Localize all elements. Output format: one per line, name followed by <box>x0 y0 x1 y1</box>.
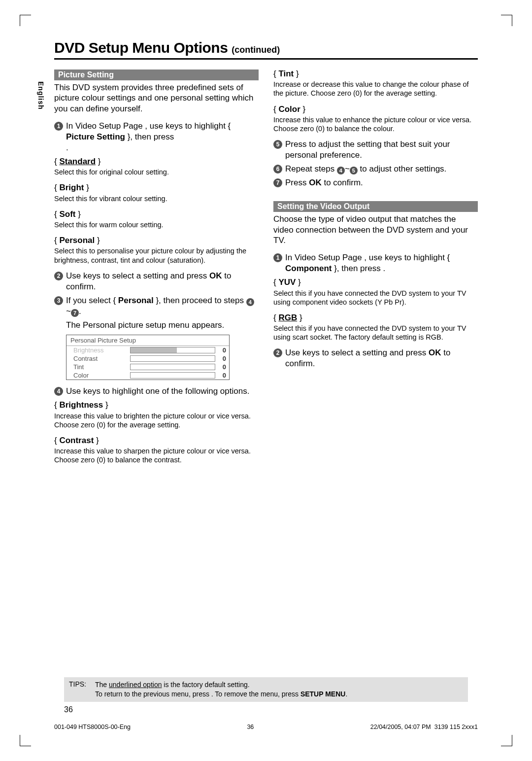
step-5-text: Press to adjust the setting that best su… <box>285 139 478 161</box>
step-4-text: Use keys to highlight one of the followi… <box>66 386 259 397</box>
menu-row-color: Color 0 <box>66 371 229 380</box>
step-1-icon: 1 <box>54 122 63 131</box>
footer-left: 001-049 HTS8000S-00-Eng <box>54 724 131 730</box>
opt-bright-desc: Select this for vibrant colour setting. <box>54 194 259 203</box>
opt-standard-desc: Select this for original colour setting. <box>54 168 259 176</box>
inline-4b-icon: 4 <box>337 167 345 174</box>
tips-box: TIPS: The underlined option is the facto… <box>64 677 468 702</box>
crop-mark-bl <box>20 735 31 746</box>
step-2: 2 Use keys to select a setting and press… <box>54 271 259 292</box>
section-picture-setting: Picture Setting <box>54 69 259 80</box>
opt-rgb-desc: Select this if you have connected the DV… <box>273 324 478 342</box>
tips-body: The underlined option is the factory def… <box>95 680 347 699</box>
opt-standard: { Standard } <box>54 156 259 167</box>
opt-tint-desc: Increase or decrease this value to chang… <box>273 80 478 98</box>
vo-step-2-icon: 2 <box>273 348 282 357</box>
slider-icon <box>130 355 215 362</box>
step-2-text: Use keys to select a setting and press O… <box>66 271 259 292</box>
step-4-icon: 4 <box>54 387 63 396</box>
step-3: 3 If you select { Personal }, then proce… <box>54 295 259 317</box>
content-columns: Picture Setting This DVD system provides… <box>54 69 478 470</box>
opt-personal: { Personal } <box>54 235 259 245</box>
menu-row-contrast: Contrast 0 <box>66 354 229 363</box>
vo-step-1: 1 In Video Setup Page , use keys to high… <box>273 252 478 274</box>
vo-step-1-icon: 1 <box>273 253 282 262</box>
opt-soft: { Soft } <box>54 209 259 219</box>
step-7: 7 Press OK to confirm. <box>273 177 478 188</box>
opt-tint: { Tint } <box>273 69 478 79</box>
opt-color-desc: Increase this value to enhance the pictu… <box>273 115 478 133</box>
step-7-text: Press OK to confirm. <box>285 177 478 188</box>
footer: 001-049 HTS8000S-00-Eng 36 22/04/2005, 0… <box>54 724 478 730</box>
opt-color: { Color } <box>273 104 478 114</box>
title-sub: (continued) <box>232 45 280 55</box>
step-3-note: The Personal picture setup menu appears. <box>66 320 259 331</box>
step-7-icon: 7 <box>273 178 282 187</box>
opt-personal-desc: Select this to personalise your picture … <box>54 246 259 264</box>
title-main: DVD Setup Menu Options <box>54 39 232 56</box>
opt-contrast: { Contrast } <box>54 435 259 446</box>
slider-icon <box>130 347 215 353</box>
opt-contrast-desc: Increase this value to sharpen the pictu… <box>54 447 259 464</box>
language-tab: English <box>37 81 45 110</box>
opt-brightness: { Brightness } <box>54 400 259 410</box>
opt-yuv: { YUV } <box>273 277 478 287</box>
menu-row-tint: Tint 0 <box>66 363 229 371</box>
inline-5b-icon: 5 <box>350 167 358 174</box>
slider-icon <box>130 364 215 370</box>
page-number: 36 <box>64 705 73 714</box>
inline-4-icon: 4 <box>246 298 254 306</box>
vo-step-2-text: Use keys to select a setting and press O… <box>285 347 478 369</box>
picture-setting-intro: This DVD system provides three predefine… <box>54 82 259 114</box>
inline-7-icon: 7 <box>71 309 79 317</box>
opt-yuv-desc: Select this if you have connected the DV… <box>273 289 478 307</box>
page-title: DVD Setup Menu Options (continued) <box>54 39 478 60</box>
opt-soft-desc: Select this for warm colour setting. <box>54 220 259 229</box>
step-6-text: Repeat steps 4~5 to adjust other setting… <box>285 164 478 174</box>
menu-title: Personal Picture Setup <box>66 335 229 346</box>
right-column: { Tint } Increase or decrease this value… <box>273 69 478 470</box>
personal-picture-setup-menu: Personal Picture Setup Brightness 0 Cont… <box>66 335 230 380</box>
step-6: 6 Repeat steps 4~5 to adjust other setti… <box>273 164 478 174</box>
step-4: 4 Use keys to highlight one of the follo… <box>54 386 259 397</box>
step-3-icon: 3 <box>54 296 63 305</box>
step-3-text: If you select { Personal }, then proceed… <box>66 295 259 317</box>
left-column: Picture Setting This DVD system provides… <box>54 69 259 470</box>
step-1-text: In Video Setup Page , use keys to highli… <box>66 121 259 153</box>
manual-page: English DVD Setup Menu Options (continue… <box>0 0 532 761</box>
section-video-output: Setting the Video Output <box>273 201 478 212</box>
crop-mark-tl <box>20 15 31 26</box>
step-1: 1 In Video Setup Page , use keys to high… <box>54 121 259 153</box>
menu-row-brightness: Brightness 0 <box>66 346 229 354</box>
opt-bright: { Bright } <box>54 182 259 193</box>
vo-step-2: 2 Use keys to select a setting and press… <box>273 347 478 369</box>
slider-icon <box>130 372 215 379</box>
opt-rgb: { RGB } <box>273 312 478 323</box>
step-2-icon: 2 <box>54 272 63 280</box>
crop-mark-br <box>501 735 512 746</box>
vo-step-1-text: In Video Setup Page , use keys to highli… <box>285 252 478 274</box>
step-5: 5 Press to adjust the setting that best … <box>273 139 478 161</box>
video-output-intro: Choose the type of video output that mat… <box>273 214 478 245</box>
opt-brightness-desc: Increase this value to brighten the pict… <box>54 412 259 429</box>
step-5-icon: 5 <box>273 140 282 149</box>
step-6-icon: 6 <box>273 165 282 173</box>
footer-center: 36 <box>247 724 254 730</box>
tips-label: TIPS: <box>69 680 86 699</box>
footer-right: 22/04/2005, 04:07 PM 3139 115 2xxx1 <box>370 724 478 730</box>
crop-mark-tr <box>501 15 512 26</box>
